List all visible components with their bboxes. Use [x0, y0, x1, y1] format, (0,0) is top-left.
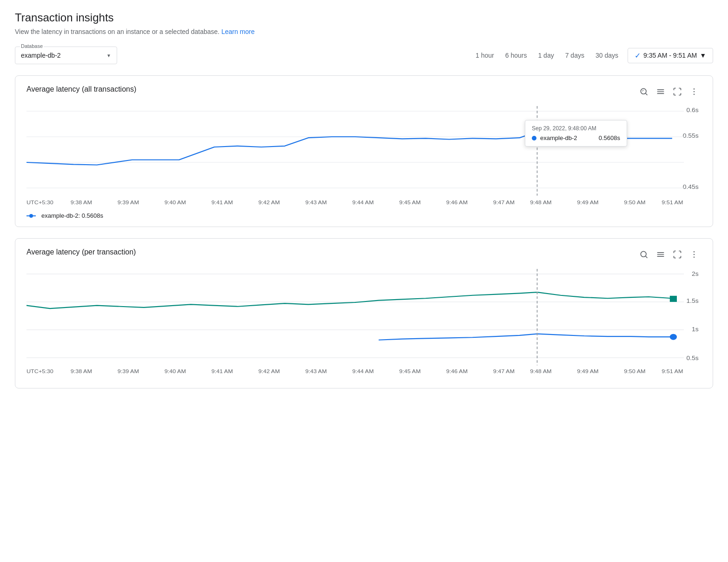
controls-row: Database example-db-2 ▼ 1 hour 6 hours 1… [15, 47, 713, 64]
svg-rect-35 [657, 252, 664, 253]
svg-text:1s: 1s [692, 326, 699, 333]
svg-text:9:41 AM: 9:41 AM [212, 200, 233, 206]
time-btn-30days[interactable]: 30 days [594, 50, 620, 61]
svg-rect-36 [657, 254, 664, 255]
svg-rect-4 [657, 93, 664, 94]
chart1-title: Average latency (all transactions) [26, 85, 136, 94]
time-btn-7days[interactable]: 7 days [563, 50, 586, 61]
chart1-search-icon[interactable] [636, 85, 651, 100]
svg-text:9:38 AM: 9:38 AM [71, 368, 92, 374]
chart2-header: Average latency (per transaction) [26, 248, 702, 263]
svg-text:9:50 AM: 9:50 AM [624, 200, 645, 206]
svg-point-7 [694, 94, 695, 95]
svg-text:9:41 AM: 9:41 AM [212, 368, 233, 374]
svg-text:9:46 AM: 9:46 AM [446, 200, 468, 206]
chart1-header: Average latency (all transactions) [26, 85, 702, 100]
svg-text:UTC+5:30: UTC+5:30 [26, 200, 53, 206]
svg-text:9:39 AM: 9:39 AM [118, 368, 139, 374]
database-value[interactable]: example-db-2 ▼ [21, 49, 111, 62]
chart2-card: Average latency (per transaction) [15, 238, 713, 388]
svg-text:9:45 AM: 9:45 AM [399, 368, 421, 374]
svg-text:9:40 AM: 9:40 AM [165, 368, 186, 374]
svg-text:0.55s: 0.55s [683, 133, 699, 139]
svg-text:0.6s: 0.6s [686, 107, 699, 114]
svg-rect-2 [657, 89, 664, 90]
dropdown-icon: ▼ [106, 53, 111, 58]
chart1-more-icon[interactable] [687, 85, 702, 100]
chart2-svg: 2s 1.5s 1s 0.5s UTC+5:30 9:38 AM 9:39 AM… [26, 269, 702, 381]
svg-text:9:42 AM: 9:42 AM [258, 368, 280, 374]
svg-text:9:46 AM: 9:46 AM [446, 368, 468, 374]
svg-point-40 [694, 257, 695, 258]
svg-text:9:39 AM: 9:39 AM [118, 200, 139, 206]
time-btn-6hours[interactable]: 6 hours [503, 50, 529, 61]
svg-text:9:45 AM: 9:45 AM [399, 200, 421, 206]
svg-text:9:43 AM: 9:43 AM [305, 368, 327, 374]
svg-text:9:38 AM: 9:38 AM [71, 200, 92, 206]
svg-text:9:50 AM: 9:50 AM [624, 368, 645, 374]
time-range-value: 9:35 AM - 9:51 AM [643, 52, 697, 59]
svg-point-6 [694, 91, 695, 93]
time-range-button[interactable]: ✓ 9:35 AM - 9:51 AM ▼ [628, 48, 713, 63]
svg-text:9:43 AM: 9:43 AM [305, 200, 327, 206]
range-dropdown-icon: ▼ [700, 52, 706, 59]
svg-point-5 [694, 88, 695, 90]
svg-text:0.5s: 0.5s [686, 355, 699, 361]
chart1-legend-text: example-db-2: 0.5608s [41, 212, 103, 219]
svg-point-0 [641, 88, 646, 94]
database-label: Database [20, 43, 44, 49]
svg-text:9:47 AM: 9:47 AM [493, 368, 515, 374]
time-controls: 1 hour 6 hours 1 day 7 days 30 days ✓ 9:… [474, 48, 713, 63]
chart1-card: Average latency (all transactions) [15, 75, 713, 227]
check-icon: ✓ [635, 51, 641, 60]
chart1-legend: example-db-2: 0.5608s [26, 212, 702, 219]
svg-rect-37 [657, 256, 664, 257]
learn-more-link[interactable]: Learn more [221, 28, 255, 35]
time-btn-1hour[interactable]: 1 hour [474, 50, 496, 61]
chart1-legend-icon[interactable] [653, 85, 668, 100]
svg-text:9:49 AM: 9:49 AM [577, 200, 598, 206]
chart2-title: Average latency (per transaction) [26, 248, 136, 256]
svg-text:9:51 AM: 9:51 AM [662, 200, 683, 206]
svg-text:9:47 AM: 9:47 AM [493, 200, 515, 206]
svg-rect-49 [670, 296, 677, 302]
chart1-icons [636, 85, 702, 100]
chart2-more-icon[interactable] [687, 248, 702, 263]
time-btn-1day[interactable]: 1 day [536, 50, 556, 61]
chart1-fullscreen-icon[interactable] [670, 85, 685, 100]
svg-line-1 [646, 94, 648, 95]
svg-line-34 [646, 256, 648, 258]
svg-text:9:40 AM: 9:40 AM [165, 200, 186, 206]
svg-text:9:48 AM: 9:48 AM [530, 200, 551, 206]
chart1-svg: 0.6s 0.55s 0.45s UTC+5:30 9:38 AM 9:39 A… [26, 106, 702, 208]
chart2-fullscreen-icon[interactable] [670, 248, 685, 263]
svg-point-38 [694, 251, 695, 253]
svg-point-50 [670, 334, 677, 340]
chart2-legend-icon[interactable] [653, 248, 668, 263]
page-title: Transaction insights [15, 11, 713, 24]
svg-point-39 [694, 254, 695, 255]
legend-line-icon [26, 213, 38, 219]
svg-point-33 [641, 251, 646, 257]
database-selector[interactable]: Database example-db-2 ▼ [15, 47, 117, 64]
svg-text:9:42 AM: 9:42 AM [258, 200, 280, 206]
svg-text:UTC+5:30: UTC+5:30 [26, 368, 53, 374]
svg-text:9:44 AM: 9:44 AM [352, 368, 374, 374]
chart2-icons [636, 248, 702, 263]
svg-rect-3 [657, 91, 664, 92]
svg-point-32 [29, 214, 33, 218]
svg-text:2s: 2s [692, 271, 699, 277]
svg-text:9:48 AM: 9:48 AM [530, 368, 551, 374]
svg-text:0.45s: 0.45s [683, 184, 699, 190]
svg-text:9:44 AM: 9:44 AM [352, 200, 374, 206]
chart1-area: 0.6s 0.55s 0.45s UTC+5:30 9:38 AM 9:39 A… [26, 106, 702, 208]
svg-text:1.5s: 1.5s [686, 298, 699, 304]
svg-text:9:51 AM: 9:51 AM [662, 368, 683, 374]
page-subtitle: View the latency in transactions on an i… [15, 28, 713, 35]
chart2-search-icon[interactable] [636, 248, 651, 263]
svg-text:9:49 AM: 9:49 AM [577, 368, 598, 374]
chart2-area: 2s 1.5s 1s 0.5s UTC+5:30 9:38 AM 9:39 AM… [26, 269, 702, 381]
